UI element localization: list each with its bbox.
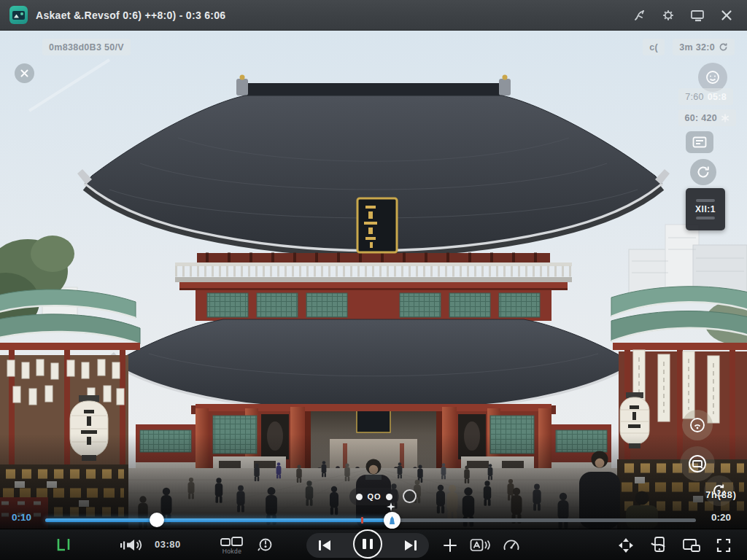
osd-timer-badge[interactable]: 3m 32:0 <box>673 39 735 55</box>
osd-right-badge-secondary-text: 60: 420 <box>685 113 718 123</box>
volume-icon[interactable] <box>120 537 149 553</box>
tooltip-dim-row <box>696 199 715 202</box>
bookmark-sparkle-icon <box>387 502 395 511</box>
fullscreen-button[interactable] <box>715 537 732 554</box>
duration-time: 0:20 <box>711 512 731 523</box>
asterisk-icon <box>721 114 729 122</box>
osd-dot-icon-2 <box>386 494 392 500</box>
seekbar-bookmark-badge[interactable] <box>384 512 400 529</box>
send-to-device-button[interactable] <box>650 536 667 554</box>
rotate-ghost-button[interactable] <box>690 159 716 185</box>
pip-button[interactable] <box>682 537 701 554</box>
osd-cc-text: c( <box>649 42 658 52</box>
close-osd-ghost-button[interactable] <box>15 63 34 83</box>
osd-dot-icon <box>356 494 363 500</box>
sync-pinwheel-button[interactable] <box>617 537 635 554</box>
cast-ghost-button[interactable] <box>682 410 713 440</box>
center-osd-ring-icon <box>403 489 417 503</box>
seekbar-fill <box>45 518 392 522</box>
transport-pill <box>306 533 429 558</box>
app-logo-icon <box>9 6 28 24</box>
osd-timer-text: 3m 32:0 <box>679 42 715 52</box>
seekbar-track[interactable] <box>45 518 696 522</box>
ab-subtitle-button[interactable] <box>470 537 490 554</box>
bottom-gradient-shade <box>0 434 747 529</box>
osd-top-left-badge: 0m838d0B3 50/V <box>42 39 131 55</box>
osd-top-left-text: 0m838d0B3 50/V <box>49 42 124 52</box>
next-button[interactable] <box>403 539 419 552</box>
smiley-ghost-button[interactable] <box>698 63 727 92</box>
panel-ghost-button[interactable] <box>686 131 713 153</box>
osd-right-badge-primary: 7:60 05:8 <box>678 88 733 105</box>
osd-right-badge-strong-text: 05:8 <box>708 92 727 102</box>
osd-right-badge-secondary: 60: 420 <box>678 109 737 126</box>
tooltip-label: XII:1 <box>695 204 716 214</box>
minimize-to-window-icon[interactable] <box>686 4 709 26</box>
osd-bottom-right-caption: 7h(88) <box>705 490 737 500</box>
video-frame[interactable]: 0m838d0B3 50/V c( 3m 32:0 7:60 05:8 <box>0 31 747 529</box>
tooltip-dim-row2 <box>696 217 715 219</box>
control-counter: 03:80 <box>155 539 181 550</box>
dual-window-icon <box>220 537 244 547</box>
speed-gauge-button[interactable] <box>502 537 521 554</box>
seekbar-red-marker[interactable] <box>361 517 363 524</box>
previous-button[interactable] <box>317 539 333 552</box>
osd-right-badge-dim-text: 7:60 <box>685 92 704 102</box>
center-osd-text: QO <box>367 492 381 501</box>
playlist-green-icon[interactable] <box>55 537 74 553</box>
osd-tooltip: XII:1 <box>686 188 725 230</box>
dual-window-mode-button[interactable]: Hokde <box>217 533 247 558</box>
temple-sign <box>357 198 397 252</box>
titlebar[interactable]: Askaet &.Revsof 0:6) ++8:0) - 0:3 6:06 <box>0 0 747 31</box>
add-plus-button[interactable] <box>441 536 460 555</box>
media-player-window: Askaet &.Revsof 0:6) ++8:0) - 0:3 6:06 <box>0 0 747 560</box>
refresh-icon <box>719 42 728 52</box>
osd-cc-badge[interactable]: c( <box>643 39 665 55</box>
always-on-top-pin-icon[interactable] <box>627 4 651 26</box>
screen-ghost-button[interactable] <box>680 446 715 481</box>
window-title: Askaet &.Revsof 0:6) ++8:0) - 0:3 6:06 <box>36 9 225 21</box>
close-icon[interactable] <box>715 4 738 26</box>
elapsed-time: 0:10 <box>12 512 31 523</box>
headset-icon[interactable] <box>257 537 274 554</box>
seek-thumb[interactable] <box>150 513 164 527</box>
settings-gear-icon[interactable] <box>657 4 680 26</box>
pause-button[interactable] <box>353 529 382 559</box>
control-bar: 03:80 Hokde <box>0 529 747 560</box>
mode-label: Hokde <box>222 548 242 555</box>
